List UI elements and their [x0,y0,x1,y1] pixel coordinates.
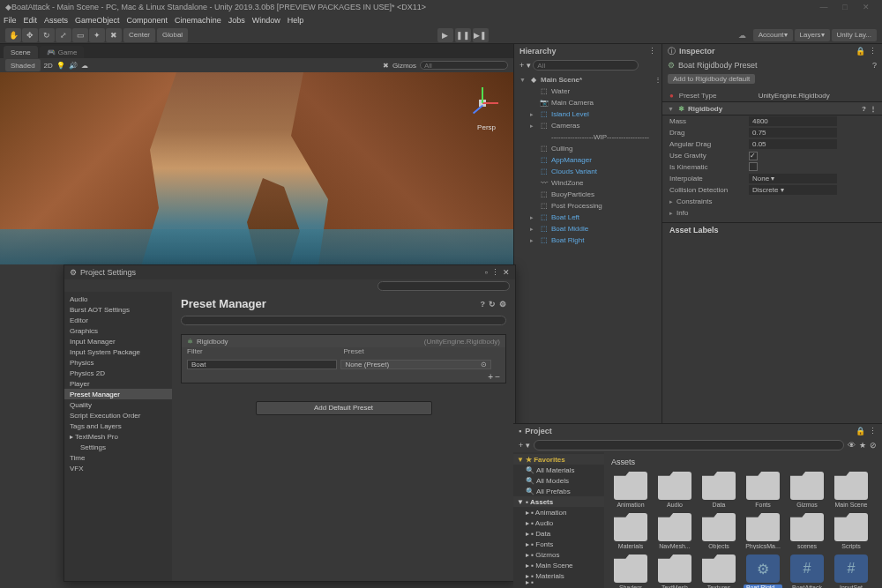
project-asset-item[interactable]: Objects [699,513,738,549]
search-filter-icon[interactable]: 👁 [848,441,856,450]
settings-category-item[interactable]: Settings [64,442,172,452]
hierarchy-item[interactable]: ⬚Water [514,86,662,97]
project-asset-item[interactable]: ⚙Boat Rigid... [744,555,782,588]
move-tool-button[interactable]: ✥ [22,28,38,42]
hand-tool-button[interactable]: ✋ [5,28,21,42]
hierarchy-item[interactable]: ------------------WIP------------------ [514,131,662,143]
favorites-header[interactable]: ▼ ★ Favorites [513,454,604,465]
hierarchy-item[interactable]: 〰WindZone [514,177,662,189]
preset-search-input[interactable] [181,316,506,325]
property-field[interactable]: 0.05 [749,139,837,149]
menu-component[interactable]: Component [127,16,168,25]
project-asset-item[interactable]: Animation [611,472,650,508]
rotate-tool-button[interactable]: ↻ [39,28,55,42]
hierarchy-item[interactable]: ▸⬚Boat Right [514,234,662,246]
property-field[interactable]: 0.75 [749,128,837,138]
help-icon[interactable]: ? [872,61,877,70]
add-preset-button[interactable]: + [488,372,493,382]
perspective-label[interactable]: Persp [477,123,496,131]
project-asset-item[interactable]: NavMesh... [655,513,694,549]
minimize-button[interactable]: — [813,3,834,11]
hierarchy-item[interactable]: ⬚BuoyParticles [514,189,662,200]
project-asset-item[interactable]: TextMesh [655,555,694,588]
project-asset-item[interactable]: Scripts [832,513,871,549]
step-button[interactable]: ▶❚ [473,28,489,42]
project-search-input[interactable] [534,440,844,450]
record-icon[interactable]: ● [669,92,674,100]
hierarchy-item[interactable]: ▸⬚Boat Left [514,212,662,223]
scene-tab[interactable]: Scene [4,46,38,58]
property-field[interactable]: 4800 [749,116,837,126]
settings-gear-icon[interactable]: ⚙ [499,300,506,309]
menu-help[interactable]: Help [288,16,304,25]
pivot-rotation-button[interactable]: Global [157,28,188,42]
settings-close-button[interactable]: ✕ [503,268,510,277]
component-menu-icon[interactable]: ⋮ [870,105,877,113]
layout-dropdown[interactable]: Unity Lay... [832,29,877,41]
settings-category-item[interactable]: Script Execution Order [64,410,172,421]
property-checkbox[interactable] [749,152,758,160]
settings-category-item[interactable]: Preset Manager [64,389,172,399]
settings-category-item[interactable]: Graphics [64,325,172,336]
project-asset-item[interactable]: Textures [699,555,738,588]
property-dropdown[interactable]: None ▾ [749,174,837,183]
pause-button[interactable]: ❚❚ [455,28,471,42]
add-default-preset-button[interactable]: Add Default Preset [256,401,432,415]
property-dropdown[interactable]: Discrete ▾ [749,185,837,195]
settings-category-item[interactable]: Player [64,378,172,389]
settings-category-item[interactable]: Physics 2D [64,368,172,378]
2d-toggle[interactable]: 2D [44,62,53,70]
project-asset-item[interactable]: #InputSet [832,555,871,588]
menu-edit[interactable]: Edit [24,16,38,25]
project-asset-item[interactable]: #BoatAttack [788,555,826,588]
add-to-default-button[interactable]: Add to Rigidbody default [668,74,755,84]
menu-window[interactable]: Window [252,16,280,25]
draw-mode-dropdown[interactable]: Shaded [5,59,41,71]
gizmos-dropdown[interactable]: Gizmos [392,62,416,70]
assets-root[interactable]: ▼ ▪ Assets [513,496,604,507]
custom-tool-button[interactable]: ✖ [106,28,122,42]
settings-category-item[interactable]: Burst AOT Settings [64,304,172,315]
hierarchy-item[interactable]: ▸⬚Cameras [514,120,662,131]
settings-category-item[interactable]: Audio [64,294,172,304]
component-help-icon[interactable]: ? [862,105,866,113]
scene-root[interactable]: ▼ ◆ Main Scene* ⋮ [514,74,662,86]
menu-assets[interactable]: Assets [44,16,68,25]
project-folder-item[interactable]: ▸ ▪ Animation [513,507,604,517]
scale-tool-button[interactable]: ⤢ [56,28,71,42]
create-dropdown[interactable]: + ▾ [519,61,531,70]
help-icon[interactable]: ? [481,300,486,309]
project-folder-item[interactable]: ▸ ▪ NavMeshComponents [513,581,604,588]
game-tab[interactable]: 🎮Game [40,46,85,58]
settings-category-item[interactable]: Tags and Layers [64,421,172,431]
hidden-packages-icon[interactable]: ⊘ [870,441,877,450]
favorite-search-item[interactable]: 🔍 All Prefabs [513,486,604,496]
project-folder-item[interactable]: ▸ ▪ Main Scene [513,560,604,570]
menu-cinemachine[interactable]: Cinemachine [175,16,221,25]
property-checkbox[interactable] [749,162,758,171]
audio-toggle-icon[interactable]: 🔊 [69,62,78,70]
create-dropdown[interactable]: + ▾ [519,441,530,450]
preset-object-field[interactable]: None (Preset) ⊙ [340,360,490,369]
panel-menu-icon[interactable]: ⋮ [869,427,877,435]
cloud-icon[interactable]: ☁ [738,31,746,40]
project-asset-item[interactable]: Audio [655,472,694,508]
lock-icon[interactable]: 🔒 [856,427,865,435]
hierarchy-item[interactable]: 📷Main Camera [514,97,662,108]
project-folder-item[interactable]: ▸ ▪ Fonts [513,539,604,549]
hierarchy-item[interactable]: ⬚Clouds Variant [514,166,662,177]
scene-viewport[interactable]: Persp [0,72,513,264]
pivot-mode-button[interactable]: Center [123,28,155,42]
hierarchy-item[interactable]: ⬚Culling [514,143,662,154]
settings-category-item[interactable]: Input Manager [64,336,172,346]
menu-jobs[interactable]: Jobs [228,16,245,25]
orientation-gizmo[interactable] [465,86,500,121]
project-asset-item[interactable]: Shaders [611,555,650,588]
panel-menu-icon[interactable]: ⋮ [869,47,877,56]
window-menu-icon[interactable]: ⋮ [491,268,499,277]
settings-category-item[interactable]: Time [64,452,172,463]
panel-menu-icon[interactable]: ⋮ [648,47,656,56]
hierarchy-search-input[interactable] [533,60,639,71]
project-asset-item[interactable]: Fonts [744,472,782,508]
window-dock-icon[interactable]: ▫ [485,268,488,277]
